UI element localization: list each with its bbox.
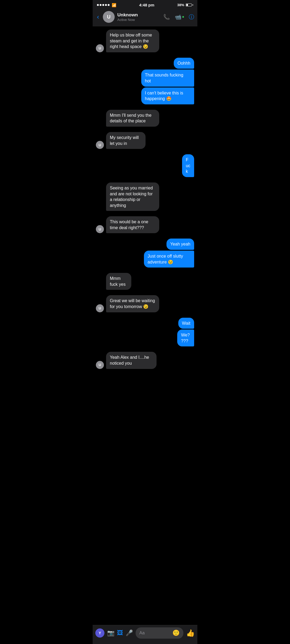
message-row-msg1: UHelp us blow off some steam and get in … xyxy=(96,30,194,52)
bubble-group: Yeah yeahJust once off slutty adventure … xyxy=(124,239,194,268)
info-button[interactable]: ⓘ xyxy=(189,13,194,21)
wifi-icon: 📶 xyxy=(112,3,116,7)
bubble-group: Help us blow off some steam and get in t… xyxy=(106,30,180,52)
messages-container: UHelp us blow off some steam and get in … xyxy=(93,26,197,394)
message-bubble: Mmm fuck yes xyxy=(106,273,131,290)
message-avatar: U xyxy=(96,44,104,52)
message-bubble: I can't believe this is happening 🤩 xyxy=(141,87,194,104)
signal-dots xyxy=(97,4,110,6)
battery-icon xyxy=(186,3,193,6)
active-dot xyxy=(182,16,184,18)
message-bubble: Oohhh xyxy=(174,58,194,69)
contact-name: Unknown xyxy=(117,12,161,18)
bubble-group: Mmm fuck yes xyxy=(106,273,141,290)
battery-percent: 38% xyxy=(177,3,184,7)
message-bubble: We???? xyxy=(177,330,194,346)
message-avatar: U xyxy=(96,225,104,233)
contact-status: Active Now xyxy=(117,18,161,22)
call-button[interactable]: 📞 xyxy=(163,14,170,20)
message-bubble: Yeah yeah xyxy=(166,239,194,250)
message-avatar: U xyxy=(96,361,104,369)
contact-avatar: U xyxy=(103,11,115,23)
status-bar: 📶 4:48 pm 38% xyxy=(93,0,197,9)
message-bubble: Help us blow off some steam and get in t… xyxy=(106,30,159,52)
message-row-msg11: WaitWe???? xyxy=(96,318,194,347)
contact-info: Unknown Active Now xyxy=(117,12,161,22)
message-bubble: Mmm I'll send you the details of the pla… xyxy=(106,110,159,127)
message-bubble: Yeah Alex and I....he noticed you xyxy=(106,352,157,369)
bubble-group: Yeah Alex and I....he noticed you xyxy=(106,352,176,369)
bubble-group: Seeing as you married and are not lookin… xyxy=(106,182,180,211)
message-row-msg12: UYeah Alex and I....he noticed you xyxy=(96,352,194,369)
bubble-group: Fuck xyxy=(177,154,194,177)
bubble-group: My security will let you in xyxy=(106,132,161,149)
bubble-group: This would be a one time deal right??? xyxy=(106,216,180,233)
message-row-msg3: UMmm I'll send you the details of the pl… xyxy=(96,110,194,127)
message-row-msg4: UMy security will let you in xyxy=(96,132,194,149)
header-actions: 📞 📹 ⓘ xyxy=(163,13,194,21)
message-avatar: U xyxy=(96,304,104,312)
message-bubble: This would be a one time deal right??? xyxy=(106,216,159,233)
message-bubble: My security will let you in xyxy=(106,132,146,149)
video-icon: 📹 xyxy=(175,14,182,20)
message-row-msg7: UThis would be a one time deal right??? xyxy=(96,216,194,233)
message-row-msg6: USeeing as you married and are not looki… xyxy=(96,182,194,211)
message-row-msg2: OohhhThat sounds fucking hotI can't beli… xyxy=(96,58,194,104)
message-bubble: Seeing as you married and are not lookin… xyxy=(106,182,159,211)
message-row-msg8: Yeah yeahJust once off slutty adventure … xyxy=(96,239,194,268)
status-left: 📶 xyxy=(97,3,116,7)
bubble-group: OohhhThat sounds fucking hotI can't beli… xyxy=(121,58,194,104)
bubble-group: Great we will be waiting for you tomorro… xyxy=(106,295,180,312)
message-avatar: U xyxy=(96,141,104,149)
message-row-msg9: UMmm fuck yes xyxy=(96,273,194,290)
message-bubble: That sounds fucking hot xyxy=(141,69,194,86)
message-bubble: Just once off slutty adventure 😉 xyxy=(144,251,194,268)
bubble-group: WaitWe???? xyxy=(171,318,194,347)
bubble-group: Mmm I'll send you the details of the pla… xyxy=(106,110,180,127)
message-bubble: Great we will be waiting for you tomorro… xyxy=(106,295,159,312)
status-time: 4:48 pm xyxy=(139,3,154,7)
back-button[interactable]: ‹ xyxy=(96,12,100,22)
message-row-msg5: Fuck xyxy=(96,154,194,177)
message-bubble: Wait xyxy=(178,318,194,329)
message-bubble: Fuck xyxy=(182,154,194,177)
status-right: 38% xyxy=(177,3,193,7)
video-button[interactable]: 📹 xyxy=(175,14,184,20)
message-row-msg10: UGreat we will be waiting for you tomorr… xyxy=(96,295,194,312)
chat-header: ‹ U Unknown Active Now 📞 📹 ⓘ xyxy=(93,9,197,26)
